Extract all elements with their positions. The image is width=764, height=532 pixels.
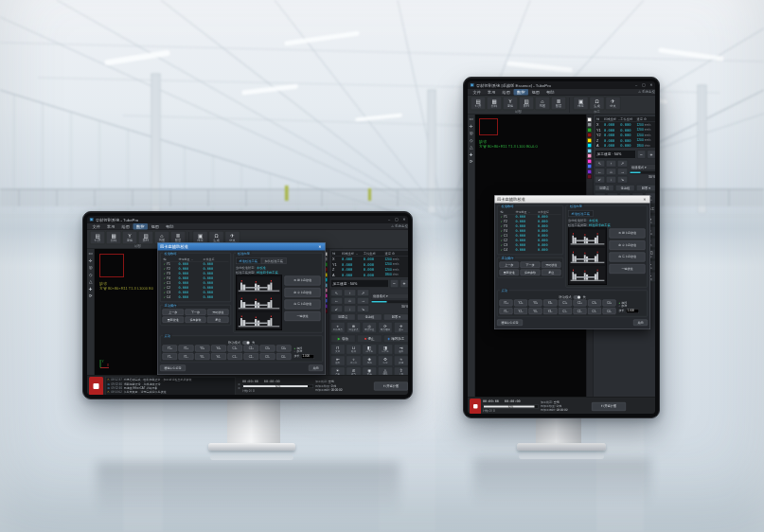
jog-arrow-button[interactable]: ↗ — [617, 160, 628, 168]
toolbar-button[interactable]: ▤打开 — [90, 231, 105, 244]
color-swatch[interactable] — [588, 144, 593, 149]
wizard-step-button[interactable]: 一键校准 — [285, 311, 321, 321]
drawing-tool-icon[interactable]: ◎ — [89, 266, 93, 271]
jog-arrow-button[interactable]: ↑ — [606, 160, 616, 168]
function-button[interactable]: ⊔松开 — [346, 345, 362, 355]
emergency-stop-button[interactable] — [89, 377, 103, 395]
nav-button[interactable]: 走边框 — [357, 314, 382, 321]
jog-arrow-button[interactable]: ↖ — [330, 290, 343, 297]
manual-operation-button[interactable]: 下一步 — [521, 262, 541, 269]
toolbar-button[interactable]: ≣图层 — [551, 97, 566, 110]
manual-operation-button[interactable]: 复位 — [542, 270, 561, 276]
menu-item[interactable]: 视图 — [528, 89, 543, 95]
operation-button[interactable]: ✈空走 — [394, 322, 408, 333]
drawing-tool-icon[interactable]: ✛ — [89, 258, 93, 263]
axis-jog-button[interactable]: Y4+ — [543, 300, 557, 307]
speed-slider[interactable] — [371, 301, 408, 304]
maximize-button[interactable]: ▢ — [394, 218, 400, 222]
axis-jog-button[interactable]: C1+ — [559, 300, 572, 307]
axis-jog-button[interactable]: C3− — [260, 353, 275, 360]
axis-jog-button[interactable]: C1+ — [227, 346, 242, 352]
operation-button[interactable]: ⌖工作原点 — [330, 322, 345, 333]
dialog-close-button[interactable]: 关闭 — [309, 365, 323, 372]
toolbar-button[interactable]: Ω生成 — [590, 97, 605, 110]
jog-arrow-button[interactable]: ↗ — [357, 290, 369, 297]
jog-arrow-button[interactable]: ↑ — [344, 290, 356, 297]
axis-jog-button[interactable]: Y2+ — [179, 346, 194, 352]
toolbar-button[interactable]: ▦排样 — [106, 231, 121, 244]
close-button[interactable]: ✕ — [649, 83, 655, 88]
dialog-close-button[interactable]: 关闭 — [633, 320, 648, 327]
axis-jog-button[interactable]: Y2+ — [514, 300, 527, 307]
wizard-step-button[interactable]: ② 中卡盘校准 — [285, 288, 321, 297]
axis-jog-button[interactable]: Y4− — [543, 308, 557, 314]
function-button[interactable]: ⇥送料 — [394, 345, 408, 355]
axis-jog-button[interactable]: Y4− — [211, 353, 226, 360]
axis-jog-button[interactable]: Y3+ — [195, 346, 210, 352]
jog-mode-radio[interactable]: ○步进 — [619, 305, 646, 309]
jog-arrow-button[interactable]: ⌂ — [606, 168, 616, 176]
manual-operation-button[interactable]: 重新校准 — [163, 317, 184, 324]
speed-plus-button[interactable]: + — [400, 279, 409, 288]
axis-jog-button[interactable]: Y3− — [529, 308, 542, 314]
operation-button[interactable]: ⊕定位零点 — [346, 322, 361, 333]
manual-operation-button[interactable]: 重新校准 — [500, 270, 520, 276]
color-swatch[interactable] — [588, 175, 593, 180]
axis-jog-button[interactable]: C4+ — [602, 300, 615, 307]
function-button[interactable]: ☀点射 — [330, 367, 346, 376]
jog-arrow-button[interactable]: → — [357, 297, 369, 305]
function-button[interactable]: ◧前卡盘 — [362, 345, 377, 355]
emergency-stop-button[interactable] — [470, 399, 481, 414]
tab-standard-fixture[interactable]: 标准校准工装 — [236, 257, 261, 264]
jog-arrow-button[interactable]: ← — [595, 168, 605, 176]
drawing-tool-icon[interactable]: ◇ — [470, 138, 472, 143]
tab-standard-fixture[interactable]: 标准校准工装 — [568, 210, 594, 217]
wizard-step-button[interactable]: ① 前卡盘校准 — [285, 276, 321, 286]
maximize-button[interactable]: ▢ — [641, 83, 648, 88]
manual-operation-button[interactable]: 开始校准 — [542, 262, 561, 269]
dialog-close-icon[interactable]: ✕ — [642, 197, 648, 202]
jog-arrow-button[interactable]: ↓ — [606, 176, 616, 184]
axis-jog-button[interactable]: Y1− — [163, 353, 178, 360]
axis-jog-button[interactable]: C4− — [276, 353, 292, 360]
menu-item[interactable]: 文件 — [89, 223, 104, 229]
axis-jog-button[interactable]: Y1− — [500, 308, 513, 314]
menu-item[interactable]: 常用 — [485, 89, 500, 95]
color-swatch[interactable] — [588, 159, 593, 164]
nav-button[interactable]: 回原点 — [330, 314, 356, 321]
jog-arrow-button[interactable]: ↓ — [344, 306, 356, 313]
color-swatch[interactable] — [588, 123, 593, 128]
drawing-tool-icon[interactable]: ✛ — [470, 124, 473, 129]
dialog-close-icon[interactable]: ✕ — [317, 244, 323, 249]
axis-jog-button[interactable]: Y2− — [514, 308, 527, 314]
jog-arrow-button[interactable]: ⌂ — [344, 297, 356, 305]
axis-jog-button[interactable]: C2+ — [243, 346, 258, 352]
axis-jog-button[interactable]: Y3− — [195, 353, 210, 360]
axis-jog-button[interactable]: C1− — [227, 353, 242, 360]
toolbar-button[interactable]: ⌂视图 — [535, 97, 550, 110]
toolbar-button[interactable]: Ｙ变换 — [122, 231, 137, 244]
speed-plus-button[interactable]: + — [648, 151, 656, 159]
drawing-tool-icon[interactable]: ✚ — [470, 152, 473, 157]
speed-minus-button[interactable]: − — [390, 279, 399, 288]
drawing-tool-icon[interactable]: ⟳ — [89, 294, 93, 299]
linkage-toggle[interactable] — [573, 295, 580, 299]
function-button[interactable]: ≈跟随 — [394, 356, 408, 366]
color-swatch[interactable] — [588, 154, 593, 159]
axis-jog-button[interactable]: C4− — [602, 308, 615, 314]
close-button[interactable]: ✕ — [401, 218, 408, 222]
axis-jog-button[interactable]: C1− — [559, 308, 572, 314]
jog-arrow-button[interactable]: ↙ — [595, 176, 605, 184]
manual-operation-button[interactable]: 上一步 — [163, 310, 184, 316]
manual-operation-button[interactable]: 保存参数 — [185, 317, 205, 324]
function-button[interactable]: ⊓夹紧 — [330, 345, 346, 355]
open-monitor-button[interactable]: 打开监控图 — [592, 402, 626, 411]
toolbar-button[interactable]: Ｙ变换 — [503, 97, 518, 110]
speed-minus-button[interactable]: − — [637, 151, 646, 159]
color-swatch[interactable] — [588, 133, 593, 138]
operation-button[interactable]: ⟳断点继续 — [378, 322, 392, 333]
axis-jog-button[interactable]: C4+ — [276, 346, 292, 352]
color-swatch[interactable] — [588, 149, 593, 153]
function-button[interactable]: ◉红光 — [362, 367, 377, 376]
drawing-tool-icon[interactable]: ▭ — [89, 252, 93, 257]
